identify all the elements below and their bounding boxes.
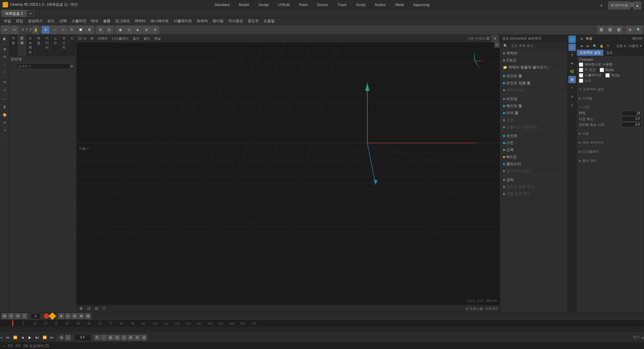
pb-sound[interactable]: ♪: [101, 335, 107, 341]
pb-prev-keyframe[interactable]: ⏪: [12, 335, 18, 341]
vp-btn-filter[interactable]: 필터: [142, 36, 152, 41]
menu-file[interactable]: 파일: [1, 18, 13, 24]
tl-icon3[interactable]: ⊟: [15, 313, 21, 319]
vp-bottom-icon1[interactable]: ⊞: [78, 306, 84, 311]
move-tool-button[interactable]: ↔: [50, 26, 58, 34]
lib-item-point-slot[interactable]: 포인트 슬롯 추가: [500, 183, 567, 190]
menu-volume[interactable]: 볼륨: [101, 18, 113, 24]
ip-btn-globe[interactable]: 🌐: [568, 36, 576, 43]
rp-settings[interactable]: ⚙: [605, 43, 611, 49]
reference-checkbox[interactable]: [579, 62, 583, 67]
rp-tab-info[interactable]: 정보: [603, 50, 615, 56]
select-tool-button[interactable]: ⊕: [42, 26, 50, 34]
tab-add-button[interactable]: +: [27, 10, 34, 17]
lt-color[interactable]: 🎨: [1, 111, 8, 118]
lp-tab-node[interactable]: 노드: [51, 35, 60, 56]
ip-btn-circle[interactable]: ○: [568, 84, 576, 91]
tl-more4[interactable]: ⊗: [78, 313, 84, 319]
lib-item-cluster[interactable]: 클러스터: [500, 160, 567, 167]
rp-nav-back[interactable]: ◀: [578, 43, 584, 49]
vp-btn-panel[interactable]: 패널: [152, 36, 163, 41]
menu-simulate[interactable]: 시뮬레이트: [171, 18, 194, 24]
tab-project[interactable]: 제목없음 1: [1, 10, 27, 17]
pb-option3[interactable]: ⊙: [121, 335, 127, 341]
search-dropdown-button[interactable]: ▼: [70, 64, 74, 68]
mode-tab-gayoung[interactable]: #gayoung: [409, 1, 434, 8]
lib-item-joint[interactable]: 조인트: [500, 132, 567, 139]
rp-nav-fwd[interactable]: ▶: [585, 43, 591, 49]
vp-btn-display[interactable]: 디스플레이: [110, 36, 130, 41]
lt-paint[interactable]: ✏: [1, 119, 8, 126]
menu-character[interactable]: 캐릭터: [132, 18, 148, 24]
lp-tab-media[interactable]: 미디어: [43, 35, 51, 56]
lt-group[interactable]: □: [1, 68, 8, 76]
lp-tab-object[interactable]: 오브젝트: [26, 35, 35, 56]
pb-skip-start[interactable]: ⏮: [4, 335, 11, 341]
pb-loop[interactable]: ↻: [94, 335, 100, 341]
mode-tab-script[interactable]: Script: [351, 1, 370, 8]
tl-more3[interactable]: ⊚: [72, 313, 78, 319]
bullet-checkbox[interactable]: [600, 68, 604, 72]
vp-btn-camera[interactable]: 카메라: [96, 36, 109, 41]
lp-tab-all[interactable]: 전체: [18, 35, 26, 56]
menu-tracker[interactable]: 트래커: [194, 18, 210, 24]
fps-field[interactable]: [622, 111, 642, 116]
lib-item-wrap[interactable]: 감싸: [500, 176, 567, 183]
rp-back-btn[interactable]: ◀: [578, 36, 584, 42]
anim2-btn[interactable]: ⊚: [151, 26, 159, 34]
tl-keyframe-btn[interactable]: [49, 312, 56, 320]
mode-tab-groom[interactable]: Groom: [312, 1, 333, 8]
lib-item-mirror[interactable]: 미러 툴: [500, 109, 567, 116]
tl-icon2[interactable]: ⊡: [8, 313, 14, 319]
vp-bottom-icon4[interactable]: ▽: [101, 306, 107, 311]
snap2-btn[interactable]: ⊡: [105, 26, 113, 34]
mode-tab-model[interactable]: Model: [234, 1, 254, 8]
display-section-title[interactable]: ▶ 디스플레이: [579, 149, 642, 155]
lib-item-binding[interactable]: 바인딩: [500, 95, 567, 102]
mode-tab-field[interactable]: #field: [390, 1, 408, 8]
mode-tab-track[interactable]: Track: [333, 1, 351, 8]
render-btn[interactable]: 🔲: [77, 26, 85, 34]
snap-btn[interactable]: ⊞: [96, 26, 104, 34]
menu-mograph[interactable]: 모그래프: [113, 18, 132, 24]
usage-section-title[interactable]: ▶ 사용: [579, 131, 642, 137]
pb-record[interactable]: ⊕: [58, 335, 64, 341]
pb-skip-end[interactable]: ⏭: [49, 335, 55, 341]
pb-option5[interactable]: ⊚: [134, 335, 140, 341]
render2-btn[interactable]: 🖥: [85, 26, 93, 34]
vp-btn-options[interactable]: 옵션: [131, 36, 141, 41]
lt-transform[interactable]: ✛: [1, 78, 8, 86]
simulation-checkbox[interactable]: [579, 73, 583, 78]
menu-edit[interactable]: 편집: [13, 18, 26, 24]
search-btn[interactable]: 🔍: [635, 26, 643, 34]
ip-btn-leaf[interactable]: 🌿: [568, 68, 576, 75]
rp-lock[interactable]: 🔒: [598, 43, 604, 49]
rp-search[interactable]: 🔍: [592, 43, 598, 49]
undo-button[interactable]: ↩: [1, 26, 9, 34]
lib-item-spline[interactable]: 스플라인 프린프로...: [500, 123, 567, 131]
node-checkbox[interactable]: [579, 79, 583, 83]
menu-window[interactable]: 윈도우: [245, 18, 261, 24]
lp-tab-material[interactable]: 재질: [35, 35, 43, 56]
ip-btn-text[interactable]: T: [568, 52, 576, 59]
menu-mesh[interactable]: 메쉬: [89, 18, 101, 24]
mode-tab-paint[interactable]: Paint: [294, 1, 312, 8]
lt-deform[interactable]: ⤢: [1, 86, 8, 93]
lib-item-char-create[interactable]: 캐릭터 생성: [500, 87, 567, 94]
layout-arrow-button[interactable]: ▲: [633, 1, 641, 9]
project-section-title[interactable]: ▼ 프로젝트 설정: [579, 86, 642, 92]
lp-tab-scene[interactable]: 신: [68, 35, 77, 56]
mode-tab-uvedit[interactable]: UVEdit: [273, 1, 294, 8]
lp-tab-auto[interactable]: 자동: [9, 35, 18, 56]
lt-more[interactable]: ⋮: [1, 134, 8, 142]
viewport-close-button[interactable]: ✕: [494, 42, 500, 48]
search-input[interactable]: [16, 63, 70, 69]
asset-section-title[interactable]: ▶ 에셋 브라우저: [579, 140, 642, 146]
ip-btn-arrow2[interactable]: ↙: [568, 101, 576, 108]
redo-button[interactable]: ↪: [10, 26, 18, 34]
pb-play[interactable]: ▶: [27, 335, 33, 341]
lib-item-template[interactable]: 📁 캐릭터 템플릿 불러오기...: [500, 64, 567, 71]
menu-create[interactable]: 생성하기: [26, 18, 45, 24]
menu-spline[interactable]: 스플라인: [69, 18, 89, 24]
tl-more5[interactable]: ⊞: [85, 313, 91, 319]
